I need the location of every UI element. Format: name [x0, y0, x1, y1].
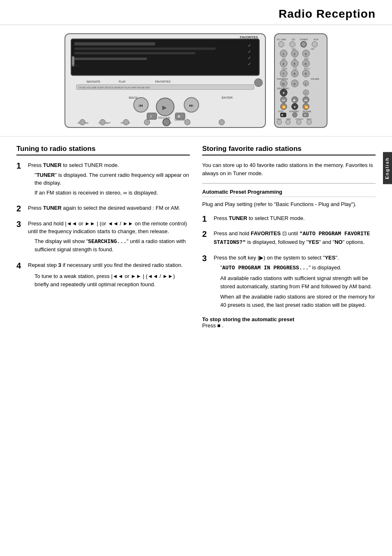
svg-text:JKL: JKL	[293, 58, 297, 60]
step-3-content: Press and hold |◄◄ or ►► | (or ◄◄ / ►► o…	[28, 220, 190, 255]
step-1-content: Press TUNER to select TUNER mode. "TUNER…	[28, 161, 190, 198]
svg-text:✓: ✓	[248, 49, 251, 54]
step-number-1: 1	[16, 161, 25, 170]
svg-rect-2	[74, 47, 216, 50]
step-2-content: Press TUNER again to select the desired …	[28, 204, 190, 214]
svg-text:4: 4	[282, 62, 284, 66]
main-device-illustration: ✓ ✓ ✓ ✓ NAVIGATE PLAY FAVORITES CH RE VO…	[65, 33, 266, 128]
device-images-section: ✓ ✓ ✓ ✓ NAVIGATE PLAY FAVORITES CH RE VO…	[0, 25, 392, 137]
svg-point-53	[312, 42, 318, 47]
svg-point-37	[80, 119, 85, 125]
svg-text:7: 7	[282, 72, 284, 76]
right-column: Storing favorite radio stations You can …	[202, 145, 376, 329]
left-step-2: 2 Press TUNER again to select the desire…	[16, 204, 190, 214]
svg-text:✓: ✓	[248, 43, 251, 48]
svg-text:VIEW: VIEW	[72, 64, 79, 67]
svg-text:−: −	[305, 91, 307, 95]
svg-text:▼: ▼	[282, 91, 285, 95]
remote-control-illustration: FC LINK CD TUNER AUX ABC DEF 1 2 3 GHI J…	[274, 33, 327, 128]
svg-text:3: 3	[305, 52, 307, 56]
right-step-2-content: Press and hold FAVORITES ⊡ until "AUTO P…	[214, 229, 376, 248]
svg-point-117	[277, 120, 282, 125]
svg-text:AUX: AUX	[314, 38, 318, 41]
svg-text:FC LINK: FC LINK	[277, 38, 286, 41]
svg-text:⏮: ⏮	[282, 98, 285, 102]
subsection-description: Plug and Play setting (refer to "Basic F…	[202, 200, 376, 208]
left-step-1: 1 Press TUNER to select TUNER mode. "TUN…	[16, 161, 190, 198]
svg-text:STOP: STOP	[278, 111, 284, 113]
svg-text:RESUME: RESUME	[303, 111, 311, 113]
svg-point-39	[123, 119, 129, 125]
svg-text:0: 0	[294, 82, 295, 86]
stop-title: To stop storing the automatic preset	[202, 316, 294, 322]
left-column: Tuning to radio stations 1 Press TUNER t…	[16, 145, 190, 329]
svg-rect-3	[74, 52, 196, 54]
svg-text:VOLUME: VOLUME	[311, 78, 319, 80]
svg-text:CANCEL: CANCEL	[175, 118, 186, 121]
svg-text:PQRS: PQRS	[281, 68, 287, 70]
svg-text:TUNER: TUNER	[300, 38, 308, 41]
step-4-content: Repeat step 3 if necessary until you fin…	[28, 261, 190, 290]
svg-text:INTERNET: INTERNET	[289, 111, 299, 113]
svg-text:ENTER: ENTER	[222, 96, 233, 100]
svg-point-42	[184, 119, 190, 125]
stop-section: To stop storing the automatic preset Pre…	[202, 316, 376, 329]
svg-text:FAVORITES: FAVORITES	[155, 80, 171, 83]
svg-point-40	[144, 119, 150, 125]
right-step-3: 3 Press the soft key (▶) on the system t…	[202, 254, 376, 310]
right-step-number-3: 3	[202, 254, 210, 263]
svg-text:⏭: ⏭	[189, 103, 194, 108]
svg-point-120	[307, 120, 312, 125]
svg-text:NAVIGATE: NAVIGATE	[86, 80, 100, 83]
svg-point-51	[290, 42, 295, 47]
svg-text:PLAY: PLAY	[119, 80, 126, 83]
svg-text:CH RE  VOLUME  SURF  DEVICE  R: CH RE VOLUME SURF DEVICE REPEAT PLAY AMP…	[78, 86, 151, 89]
svg-text:WXYZ: WXYZ	[304, 68, 310, 70]
svg-text:⏸: ⏸	[149, 114, 153, 118]
svg-text:8: 8	[294, 72, 295, 76]
svg-text:⏹: ⏹	[177, 114, 181, 118]
svg-text:⊡: ⊡	[282, 82, 285, 86]
svg-text:5: 5	[294, 62, 295, 66]
subsection-title: Automatic Preset Programming	[202, 189, 376, 197]
left-step-3: 3 Press and hold |◄◄ or ►► | (or ◄◄ / ►►…	[16, 220, 190, 255]
svg-text:▶: ▶	[293, 98, 296, 102]
svg-text:MNO: MNO	[304, 58, 309, 60]
right-step-1-content: Press TUNER to select TUNER mode.	[214, 214, 376, 224]
svg-point-119	[296, 120, 301, 125]
svg-text:DEF: DEF	[311, 48, 315, 50]
right-steps-list: 1 Press TUNER to select TUNER mode. 2 Pr…	[202, 214, 376, 311]
svg-text:+: +	[305, 82, 307, 86]
svg-point-52	[301, 42, 307, 47]
svg-text:6: 6	[305, 62, 307, 66]
right-step-number-2: 2	[202, 229, 210, 239]
svg-text:✓: ✓	[248, 62, 251, 66]
svg-text:⏭: ⏭	[304, 98, 308, 102]
svg-text:✓: ✓	[248, 56, 251, 60]
svg-text:⏩: ⏩	[304, 105, 309, 109]
right-intro: You can store up to 40 favorite radio st…	[202, 161, 376, 177]
svg-text:FAVORITES: FAVORITES	[240, 35, 258, 39]
svg-text:2: 2	[294, 52, 295, 56]
svg-point-41	[163, 118, 170, 126]
svg-text:■: ■	[281, 114, 283, 116]
svg-point-118	[286, 120, 291, 125]
main-content: Tuning to radio stations 1 Press TUNER t…	[0, 137, 392, 337]
svg-text:CD: CD	[292, 38, 295, 41]
stop-instruction: Press ■ .	[202, 322, 376, 329]
svg-point-50	[279, 42, 284, 47]
step-number-2: 2	[16, 204, 25, 213]
svg-text:9: 9	[305, 72, 307, 76]
svg-point-110	[293, 113, 297, 118]
right-step-1: 1 Press TUNER to select TUNER mode.	[202, 214, 376, 224]
svg-text:▼: ▼	[293, 105, 297, 109]
right-step-2: 2 Press and hold FAVORITES ⊡ until "AUTO…	[202, 229, 376, 248]
svg-text:1: 1	[282, 52, 284, 56]
left-section-title: Tuning to radio stations	[16, 145, 190, 155]
right-step-number-1: 1	[202, 214, 210, 223]
svg-rect-4	[74, 58, 147, 60]
page-header: Radio Reception	[0, 0, 392, 25]
step-number-3: 3	[16, 220, 25, 229]
page-title: Radio Reception	[16, 7, 376, 21]
svg-text:⏮: ⏮	[138, 103, 143, 108]
